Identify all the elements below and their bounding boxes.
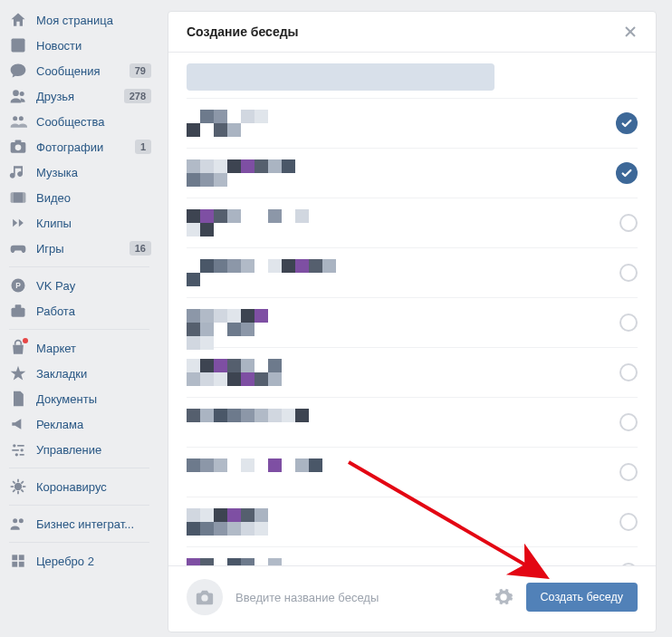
checkbox-checked-icon[interactable]	[616, 162, 638, 184]
contact-search-input[interactable]	[187, 63, 494, 91]
sidebar-item-biz[interactable]: Бизнес интеграт...	[0, 511, 158, 536]
checkbox-unchecked-icon[interactable]	[619, 363, 638, 381]
contact-avatar-placeholder	[187, 209, 319, 236]
svg-point-2	[20, 92, 24, 96]
vkpay-icon: P	[9, 276, 27, 294]
checkbox-unchecked-icon[interactable]	[619, 413, 638, 431]
contact-row[interactable]	[187, 149, 638, 198]
chat-name-input[interactable]	[235, 591, 481, 604]
sidebar-item-news[interactable]: Новости	[0, 33, 158, 58]
settings-button[interactable]	[494, 587, 514, 607]
checkbox-checked-icon[interactable]	[616, 112, 638, 134]
sidebar-item-label: Бизнес интеграт...	[36, 517, 151, 531]
svg-point-1	[13, 90, 19, 96]
sidebar-item-label: Новости	[36, 39, 151, 53]
sidebar-badge: 16	[130, 241, 151, 256]
sidebar-item-clips[interactable]: Клипы	[0, 210, 158, 236]
svg-rect-33	[19, 555, 24, 560]
sidebar-item-label: Клипы	[36, 217, 151, 230]
covid-icon	[9, 478, 27, 496]
contact-row[interactable]	[187, 248, 638, 298]
svg-rect-32	[12, 555, 17, 560]
sidebar-item-video[interactable]: Видео	[0, 185, 158, 210]
sidebar-item-cerebro[interactable]: Церебро 2	[0, 548, 158, 574]
svg-point-21	[14, 483, 22, 490]
svg-point-19	[15, 453, 18, 456]
market-icon	[9, 339, 27, 357]
sidebar-item-friends[interactable]: Друзья 278	[0, 83, 158, 109]
sidebar-item-docs[interactable]: Документы	[0, 386, 158, 411]
friends-icon	[9, 87, 27, 105]
contact-row[interactable]	[187, 497, 638, 547]
contact-avatar-placeholder	[187, 508, 281, 536]
games-icon	[9, 239, 27, 257]
sidebar-item-covid[interactable]: Коронавирус	[0, 474, 158, 499]
sidebar-item-label: Коронавирус	[36, 480, 151, 494]
messages-icon	[9, 62, 27, 80]
sidebar-item-photos[interactable]: Фотографии 1	[0, 134, 158, 159]
checkbox-unchecked-icon[interactable]	[619, 314, 638, 332]
checkbox-unchecked-icon[interactable]	[619, 264, 638, 282]
chat-photo-button[interactable]	[187, 579, 223, 615]
svg-rect-14	[15, 304, 22, 308]
sidebar-badge: 278	[124, 89, 151, 103]
contact-row[interactable]	[187, 99, 638, 149]
sidebar-item-label: Управление	[36, 443, 151, 457]
news-icon	[9, 36, 27, 54]
sidebar-item-label: VK Pay	[36, 279, 151, 293]
sidebar-separator	[9, 266, 149, 267]
sidebar-item-market[interactable]: Маркет	[0, 335, 158, 361]
contact-avatar-placeholder	[187, 259, 340, 286]
sidebar-item-bookmarks[interactable]: Закладки	[0, 361, 158, 386]
sidebar-item-manage[interactable]: Управление	[0, 437, 158, 462]
work-icon	[9, 302, 27, 320]
ads-icon	[9, 415, 27, 433]
svg-rect-10	[23, 192, 25, 203]
sidebar-item-my-page[interactable]: Моя страница	[0, 7, 158, 33]
svg-rect-20	[20, 454, 24, 456]
sidebar-item-label: Моя страница	[36, 14, 151, 27]
manage-icon	[9, 440, 27, 458]
contact-avatar-placeholder	[187, 159, 298, 187]
biz-icon	[9, 515, 27, 533]
sidebar-item-ads[interactable]: Реклама	[0, 411, 158, 437]
contact-row[interactable]	[187, 398, 638, 448]
sidebar-item-label: Маркет	[36, 342, 151, 355]
sidebar-item-work[interactable]: Работа	[0, 298, 158, 323]
svg-rect-9	[11, 192, 14, 203]
checkbox-unchecked-icon[interactable]	[619, 563, 638, 565]
svg-line-29	[21, 481, 24, 484]
contact-avatar-placeholder	[187, 110, 277, 137]
sidebar-item-messages[interactable]: Сообщения 79	[0, 58, 158, 83]
close-button[interactable]	[623, 24, 638, 39]
contact-row[interactable]	[187, 547, 638, 565]
clips-icon	[9, 214, 27, 232]
video-icon	[9, 188, 27, 207]
create-chat-button[interactable]: Создать беседу	[526, 583, 638, 612]
sidebar-item-games[interactable]: Игры 16	[0, 236, 158, 261]
sidebar-item-label: Музыка	[36, 166, 151, 179]
svg-rect-35	[19, 562, 24, 567]
dialog-body	[168, 53, 656, 565]
svg-point-6	[15, 145, 22, 151]
svg-point-30	[13, 518, 17, 523]
svg-text:P: P	[15, 281, 21, 290]
checkbox-unchecked-icon[interactable]	[619, 214, 638, 232]
contact-row[interactable]	[187, 298, 638, 348]
contact-avatar-placeholder	[187, 309, 279, 336]
checkbox-unchecked-icon[interactable]	[619, 513, 638, 531]
music-icon	[9, 163, 27, 181]
photos-icon	[9, 138, 27, 156]
contact-row[interactable]	[187, 348, 638, 398]
svg-point-4	[19, 116, 24, 121]
sidebar-item-label: Сообщества	[36, 115, 151, 129]
svg-rect-34	[12, 562, 17, 567]
sidebar-item-communities[interactable]: Сообщества	[0, 109, 158, 134]
sidebar-item-vkpay[interactable]: P VK Pay	[0, 273, 158, 298]
checkbox-unchecked-icon[interactable]	[619, 463, 638, 481]
docs-icon	[9, 390, 27, 408]
sidebar-item-music[interactable]: Музыка	[0, 159, 158, 185]
contact-row[interactable]	[187, 448, 638, 497]
svg-point-15	[13, 444, 15, 447]
contact-row[interactable]	[187, 198, 638, 248]
